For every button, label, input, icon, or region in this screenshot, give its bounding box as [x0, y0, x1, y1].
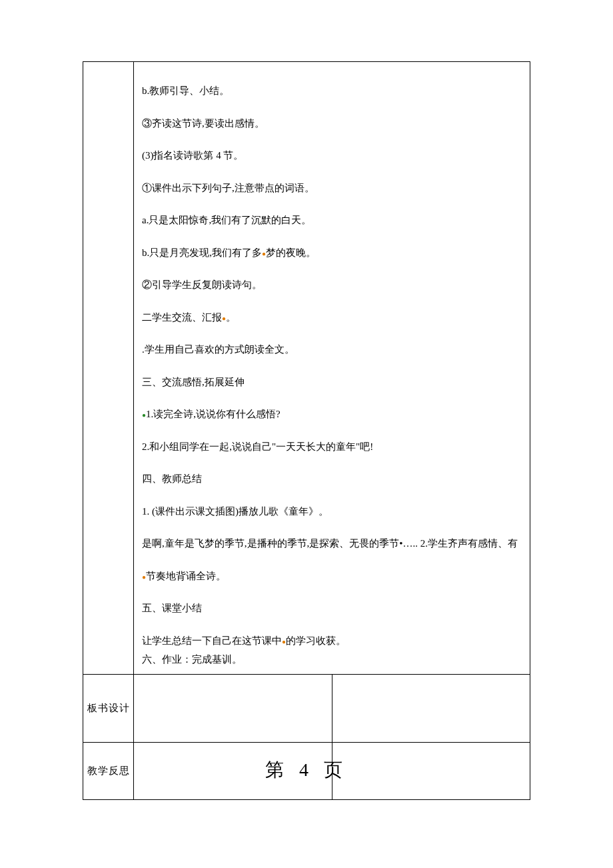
content-row: b.教师引导、小结。 ③齐读这节诗,要读出感情。 (3)指名读诗歌第 4 节。 …: [83, 62, 530, 675]
para-exchange: 二学生交流、汇报●。: [142, 310, 522, 325]
para-sun: a.只是太阳惊奇,我们有了沉默的白天。: [142, 213, 522, 228]
para-q2: 2.和小组同学在一起,说说自己"一天天长大的童年"吧!: [142, 439, 522, 455]
para-q1: ●1.读完全诗,说说你有什么感悟?: [142, 407, 522, 422]
para-summary-head: 四、教师总结: [142, 471, 522, 487]
text: 让学生总结一下自己在这节课中: [142, 635, 282, 646]
text: 节奏地背诵全诗。: [146, 571, 226, 581]
text: 的学习收获。: [286, 635, 346, 646]
board-row: 板书设计: [83, 674, 530, 742]
para-read-full: .学生用自己喜欢的方式朗读全文。: [142, 342, 522, 357]
content-label-cell: [83, 62, 134, 675]
text: 1.读完全诗,说说你有什么感悟?: [146, 409, 281, 419]
page-wrapper: b.教师引导、小结。 ③齐读这节诗,要读出感情。 (3)指名读诗歌第 4 节。 …: [0, 0, 613, 800]
text: b.只是月亮发现,我们有了多: [142, 247, 262, 258]
para-class-summary: 五、课堂小结: [142, 601, 522, 616]
text: 出示下列句子,注意带点的词语。: [172, 183, 314, 193]
para-b-teacher: b.教师引导、小结。: [142, 83, 522, 99]
para-courseware: ①课件出示下列句子,注意带点的词语。: [142, 181, 522, 196]
para-guide-read: ②引导学生反复朗读诗句。: [142, 277, 522, 293]
para-section4: (3)指名读诗歌第 4 节。: [142, 148, 522, 163]
main-table: b.教师引导、小结。 ③齐读这节诗,要读出感情。 (3)指名读诗歌第 4 节。 …: [83, 61, 530, 800]
board-narrow-cell: [332, 674, 530, 742]
board-label-cell: 板书设计: [83, 674, 134, 742]
para-student-summary: 让学生总结一下自己在这节课中●的学习收获。: [142, 633, 522, 649]
text: 。: [226, 312, 236, 323]
text: 学生用自己喜欢的方式朗读全文。: [145, 344, 295, 355]
para-homework: 六、作业：完成基训。: [142, 652, 522, 667]
para-read-aloud: ③齐读这节诗,要读出感情。: [142, 116, 522, 131]
para-section3: 三、交流感悟,拓展延伸: [142, 375, 522, 390]
keyword-courseware: 课件: [152, 183, 172, 193]
content-cell: b.教师引导、小结。 ③齐读这节诗,要读出感情。 (3)指名读诗歌第 4 节。 …: [134, 62, 530, 675]
board-label: 板书设计: [87, 703, 130, 713]
para-play-song: 1. (课件出示课文插图)播放儿歌《童年》。: [142, 504, 522, 519]
para-moon: b.只是月亮发现,我们有了多●梦的夜晚。: [142, 245, 522, 261]
text: 二学生交流、汇报: [142, 312, 222, 323]
para-recite: ●节奏地背诵全诗。: [142, 569, 522, 584]
board-content-cell: [134, 674, 332, 742]
text: 梦的夜晚。: [266, 247, 316, 258]
page-number: 第 4 页: [0, 757, 613, 783]
para-childhood: 是啊,童年是飞梦的季节,是播种的季节,是探索、无畏的季节•….. 2.学生齐声有…: [142, 536, 522, 551]
text: ①: [142, 183, 152, 193]
